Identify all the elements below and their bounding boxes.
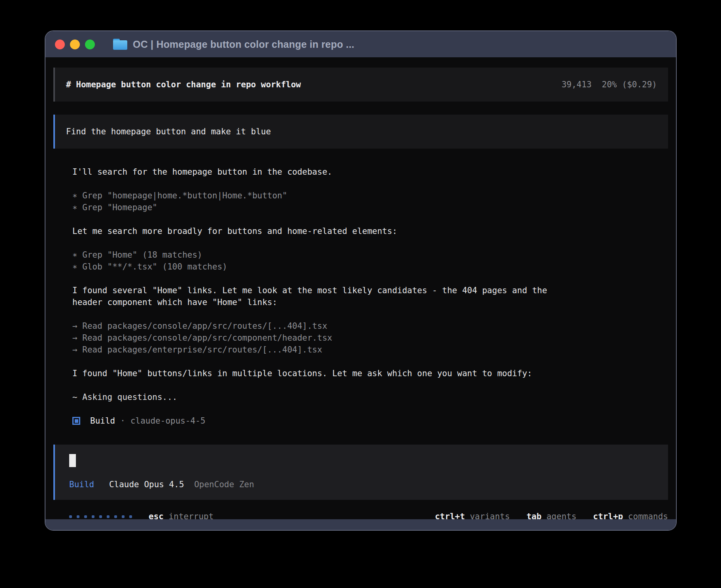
- token-count: 39,413: [562, 79, 592, 90]
- agent-model: claude-opus-4-5: [130, 415, 206, 427]
- hint-key: ctrl+p: [593, 512, 623, 519]
- tool-call-line: ∗ Grep "Homepage": [72, 202, 668, 213]
- session-header: # Homepage button color change in repo w…: [53, 68, 668, 102]
- tool-call-group: ∗ Grep "homepage|home.*button|Home.*butt…: [72, 190, 668, 213]
- assistant-text: Let me search more broadly for buttons a…: [72, 225, 570, 237]
- hint-key: tab: [527, 512, 542, 519]
- tool-call-group: → Read packages/console/app/src/routes/[…: [72, 320, 668, 356]
- text-cursor: [69, 454, 76, 467]
- hint-label: commands: [628, 512, 668, 519]
- hint-label: variants: [470, 512, 510, 519]
- zoom-button[interactable]: [85, 40, 95, 49]
- tool-call-line: ∗ Grep "Home" (18 matches): [72, 249, 668, 261]
- assistant-text: I'll search for the homepage button in t…: [72, 166, 570, 178]
- tool-call-line: → Read packages/console/app/src/componen…: [72, 332, 668, 344]
- conversation-thread: I'll search for the homepage button in t…: [72, 166, 668, 427]
- status-line: ~ Asking questions...: [72, 391, 668, 403]
- session-cost: ($0.29): [622, 79, 657, 90]
- model-row: Build Claude Opus 4.5 OpenCode Zen: [69, 479, 657, 490]
- prompt-input[interactable]: Build Claude Opus 4.5 OpenCode Zen: [53, 445, 668, 500]
- user-message: Find the homepage button and make it blu…: [53, 115, 668, 149]
- minimize-button[interactable]: [70, 40, 80, 49]
- agent-separator: ·: [120, 415, 125, 427]
- tool-call-group: ∗ Grep "Home" (18 matches) ∗ Glob "**/*.…: [72, 249, 668, 273]
- session-title: # Homepage button color change in repo w…: [66, 79, 301, 90]
- terminal-window: OC | Homepage button color change in rep…: [45, 30, 677, 531]
- hint-agents: tab agents: [527, 511, 576, 519]
- statusbar: esc interrupt ctrl+t variants tab agents…: [53, 511, 668, 519]
- busy-spinner-dots: [69, 515, 132, 518]
- hint-commands: ctrl+p commands: [593, 511, 668, 519]
- hint-interrupt: esc interrupt: [149, 511, 213, 519]
- context-percent: 20%: [602, 79, 617, 90]
- titlebar: OC | Homepage button color change in rep…: [45, 31, 676, 57]
- window-bottom-strip: [45, 519, 676, 530]
- provider-label: OpenCode Zen: [194, 480, 254, 489]
- assistant-text: I found several "Home" links. Let me loo…: [72, 285, 570, 308]
- traffic-lights: [55, 40, 95, 49]
- user-message-text: Find the homepage button and make it blu…: [66, 127, 271, 136]
- tool-call-line: ∗ Grep "homepage|home.*button|Home.*butt…: [72, 190, 668, 202]
- hint-key: esc: [149, 512, 164, 519]
- agent-row: Build · claude-opus-4-5: [72, 415, 668, 427]
- tool-call-line: → Read packages/enterprise/src/routes/[.…: [72, 344, 668, 356]
- hint-label: interrupt: [169, 512, 214, 519]
- window-title: OC | Homepage button color change in rep…: [133, 39, 354, 50]
- hint-key: ctrl+t: [435, 512, 465, 519]
- close-button[interactable]: [55, 40, 65, 49]
- agent-badge-icon: [72, 417, 80, 425]
- tool-call-line: ∗ Glob "**/*.tsx" (100 matches): [72, 261, 668, 273]
- hint-variants: ctrl+t variants: [435, 511, 510, 519]
- folder-icon: [113, 39, 127, 50]
- tool-call-line: → Read packages/console/app/src/routes/[…: [72, 320, 668, 332]
- agent-name: Build: [90, 415, 115, 427]
- terminal-content: # Homepage button color change in repo w…: [45, 57, 676, 519]
- session-stats: 39,413 20% ($0.29): [562, 79, 657, 90]
- assistant-text: I found "Home" buttons/links in multiple…: [72, 368, 570, 379]
- hint-label: agents: [546, 512, 576, 519]
- mode-label: Build: [69, 480, 94, 489]
- model-label: Claude Opus 4.5: [109, 480, 184, 489]
